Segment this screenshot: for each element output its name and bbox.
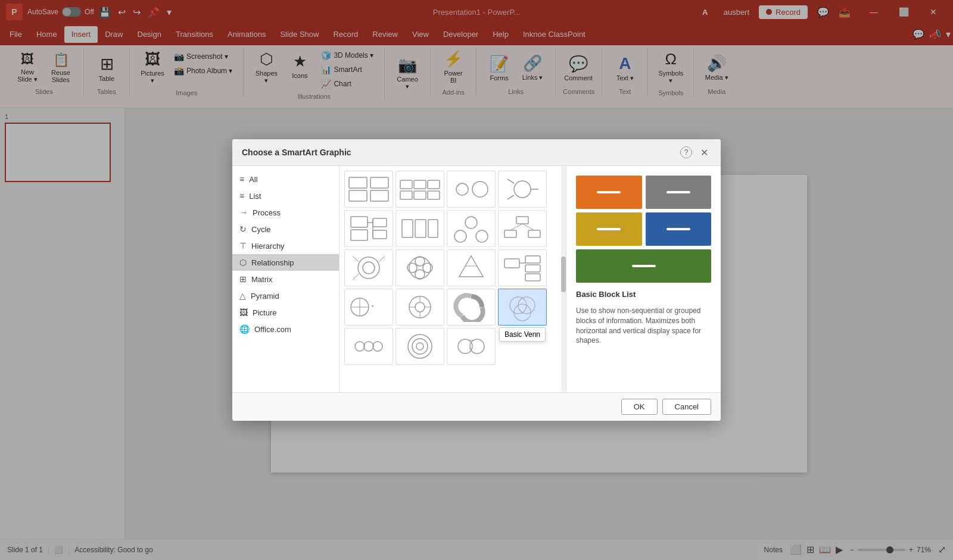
svg-point-68 — [412, 339, 428, 354]
category-cycle-label: Cycle — [251, 225, 271, 234]
category-relationship-label: Relationship — [251, 258, 294, 267]
category-officecom-label: Office.com — [254, 325, 291, 334]
cycle-icon: ↻ — [239, 224, 247, 234]
svg-point-28 — [454, 230, 466, 242]
preview-block-orange — [576, 176, 642, 209]
grid-item-11[interactable] — [447, 249, 496, 286]
preview-line-1 — [597, 191, 621, 193]
category-list-label: List — [249, 192, 261, 201]
category-pyramid[interactable]: △ Pyramid — [232, 287, 339, 304]
grid-scrollbar[interactable] — [561, 166, 566, 392]
category-relationship[interactable]: ⬡ Relationship — [232, 254, 339, 271]
svg-rect-0 — [349, 177, 367, 188]
svg-point-14 — [514, 181, 531, 198]
category-all-label: All — [249, 175, 257, 184]
grid-item-19[interactable] — [447, 328, 496, 365]
picture-icon: 🖼 — [239, 308, 248, 317]
svg-point-29 — [476, 230, 488, 242]
grid-item-3[interactable]: += — [447, 171, 496, 208]
smartart-dialog: Choose a SmartArt Graphic ? ✕ ≡ All ≡ Li… — [232, 139, 721, 421]
category-pyramid-label: Pyramid — [251, 292, 279, 301]
modal-close-button[interactable]: ✕ — [697, 145, 711, 159]
category-process[interactable]: → Process — [232, 204, 339, 221]
modal-header-icons: ? ✕ — [680, 145, 711, 159]
officecom-icon: 🌐 — [239, 324, 250, 334]
svg-text:◄: ◄ — [370, 304, 374, 308]
svg-rect-30 — [516, 217, 528, 224]
modal-body: ≡ All ≡ List → Process ↻ Cycle ⊤ Hiera — [232, 166, 721, 392]
grid-item-tooltip: Basic Venn — [499, 327, 546, 342]
svg-rect-3 — [370, 190, 388, 201]
grid-item-12[interactable] — [498, 249, 547, 286]
cancel-button[interactable]: Cancel — [662, 399, 711, 415]
grid-item-18[interactable] — [395, 328, 444, 365]
svg-rect-8 — [414, 191, 426, 199]
smartart-grid: += — [340, 166, 566, 392]
svg-rect-34 — [528, 230, 540, 237]
svg-line-37 — [353, 256, 359, 262]
grid-item-14[interactable] — [395, 289, 444, 326]
svg-rect-18 — [351, 217, 368, 227]
svg-point-36 — [363, 262, 375, 274]
svg-rect-46 — [504, 259, 519, 268]
grid-item-4[interactable] — [498, 171, 547, 208]
svg-rect-6 — [428, 180, 440, 189]
grid-item-7[interactable] — [447, 210, 496, 247]
modal-header: Choose a SmartArt Graphic ? ✕ — [232, 139, 721, 166]
category-picture[interactable]: 🖼 Picture — [232, 304, 339, 321]
ok-button[interactable]: OK — [621, 399, 658, 415]
category-all[interactable]: ≡ All — [232, 171, 339, 187]
category-hierarchy[interactable]: ⊤ Hierarchy — [232, 237, 339, 254]
svg-point-69 — [416, 343, 423, 350]
svg-line-39 — [353, 274, 359, 280]
svg-point-56 — [415, 302, 425, 312]
category-cycle[interactable]: ↻ Cycle — [232, 221, 339, 237]
preview-block-green — [576, 249, 711, 283]
grid-item-8[interactable] — [498, 210, 547, 247]
category-matrix[interactable]: ⊞ Matrix — [232, 271, 339, 287]
category-picture-label: Picture — [253, 308, 276, 317]
modal-title: Choose a SmartArt Graphic — [242, 148, 351, 157]
matrix-icon: ⊞ — [239, 274, 247, 284]
category-hierarchy-label: Hierarchy — [251, 242, 285, 251]
svg-rect-22 — [373, 218, 387, 227]
svg-rect-1 — [349, 190, 367, 201]
svg-point-65 — [364, 342, 373, 351]
grid-item-16[interactable]: Basic Venn — [498, 289, 547, 326]
grid-item-6[interactable] — [395, 210, 444, 247]
svg-point-42 — [415, 270, 425, 279]
grid-item-13[interactable]: ◄ — [344, 289, 393, 326]
preview-graphic — [576, 176, 711, 283]
svg-point-66 — [373, 342, 382, 351]
relationship-icon: ⬡ — [239, 258, 247, 267]
svg-rect-25 — [415, 220, 426, 237]
svg-line-15 — [507, 179, 514, 183]
modal-footer: OK Cancel — [232, 392, 721, 421]
process-icon: → — [239, 208, 248, 217]
svg-line-32 — [522, 224, 534, 230]
svg-rect-33 — [504, 230, 516, 237]
svg-text:+: + — [458, 184, 460, 187]
grid-item-5[interactable] — [344, 210, 393, 247]
svg-rect-24 — [402, 220, 413, 237]
help-button[interactable]: ? — [680, 146, 692, 158]
grid-item-2[interactable] — [395, 171, 444, 208]
preview-line-5 — [632, 265, 656, 267]
svg-rect-23 — [373, 230, 387, 239]
category-process-label: Process — [253, 208, 281, 217]
svg-line-38 — [379, 256, 385, 262]
category-officecom[interactable]: 🌐 Office.com — [232, 321, 339, 337]
grid-item-10[interactable] — [395, 249, 444, 286]
svg-rect-50 — [525, 274, 540, 281]
grid-item-17[interactable] — [344, 328, 393, 365]
grid-item-9[interactable] — [344, 249, 393, 286]
grid-item-1[interactable] — [344, 171, 393, 208]
preview-block-blue — [646, 212, 712, 246]
svg-line-31 — [510, 224, 522, 230]
preview-title: Basic Block List — [576, 290, 711, 299]
category-list[interactable]: ≡ List — [232, 187, 339, 204]
preview-line-2 — [667, 191, 690, 193]
svg-line-16 — [507, 195, 514, 199]
grid-item-15[interactable] — [447, 289, 496, 326]
modal-preview: Basic Block List Use to show non-sequent… — [566, 166, 721, 392]
